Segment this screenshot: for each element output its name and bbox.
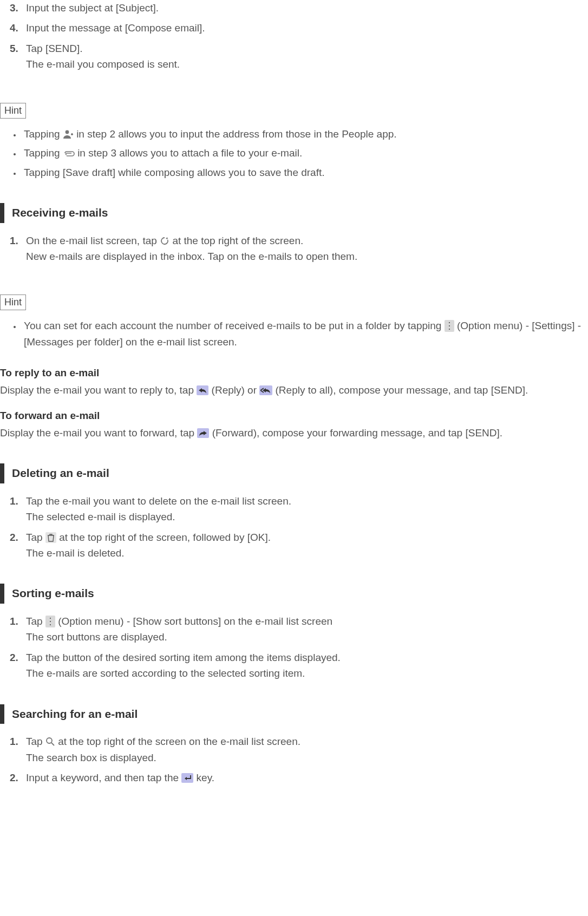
list-item: 3. Input the subject at [Subject]. <box>0 0 588 16</box>
text: Tap <box>26 616 45 627</box>
step-number: 2. <box>10 529 18 545</box>
list-item: You can set for each account the number … <box>22 318 588 350</box>
section-title-searching: Searching for an e-mail <box>0 704 588 724</box>
list-item: 1. On the e-mail list screen, tap at the… <box>0 233 588 265</box>
step-number: 2. <box>10 770 18 786</box>
step-subtext: The e-mail is deleted. <box>26 545 588 561</box>
text: at the top right of the screen, followed… <box>59 532 271 543</box>
searching-steps: 1. Tap at the top right of the screen on… <box>0 734 588 786</box>
list-item: 1. Tap the e-mail you want to delete on … <box>0 493 588 525</box>
svg-rect-4 <box>50 618 51 619</box>
svg-rect-3 <box>449 329 450 330</box>
list-item: Tapping in step 3 allows you to attach a… <box>22 145 588 161</box>
step-number: 4. <box>10 20 18 36</box>
add-contact-icon <box>63 129 74 139</box>
step-subtext: The sort buttons are displayed. <box>26 629 588 645</box>
list-item: Tapping [Save draft] while composing all… <box>22 165 588 180</box>
section-title-sorting: Sorting e-mails <box>0 584 588 604</box>
step-number: 1. <box>10 493 18 509</box>
option-menu-icon <box>445 320 454 332</box>
step-text: Input the message at [Compose email]. <box>26 22 205 34</box>
receiving-steps: 1. On the e-mail list screen, tap at the… <box>0 233 588 265</box>
text: Display the e-mail you want to forward, … <box>0 427 197 439</box>
step-text: Tap the button of the desired sorting it… <box>26 652 341 663</box>
text: (Reply) or <box>212 384 260 396</box>
enter-key-icon <box>181 773 193 783</box>
step-number: 5. <box>10 41 18 56</box>
section-title-receiving: Receiving e-mails <box>0 203 588 223</box>
step-subtext: New e-mails are displayed in the inbox. … <box>26 248 588 264</box>
subheading-forward: To forward an e-mail <box>0 408 588 423</box>
reply-all-icon <box>259 385 272 395</box>
text: Tap <box>26 532 45 543</box>
hint-list: Tapping in step 2 allows you to input th… <box>0 126 588 180</box>
hint-list: You can set for each account the number … <box>0 318 588 350</box>
text: in step 3 allows you to attach a file to… <box>77 147 302 159</box>
trash-icon <box>45 532 56 543</box>
step-text: Tap the e-mail you want to delete on the… <box>26 495 291 507</box>
text: On the e-mail list screen, tap <box>26 235 160 246</box>
text: key. <box>197 772 214 783</box>
svg-rect-1 <box>449 322 450 323</box>
step-number: 2. <box>10 650 18 665</box>
list-item: 5. Tap [SEND]. The e-mail you composed i… <box>0 41 588 73</box>
text: Tapping [Save draft] while composing all… <box>24 167 325 178</box>
document-body: 3. Input the subject at [Subject]. 4. In… <box>0 0 588 824</box>
text: Tap <box>26 736 45 747</box>
text: Display the e-mail you want to reply to,… <box>0 384 197 396</box>
paragraph: Display the e-mail you want to forward, … <box>0 425 588 441</box>
step-subtext: The search box is displayed. <box>26 750 588 765</box>
subheading-reply: To reply to an e-mail <box>0 365 588 381</box>
step-number: 1. <box>10 233 18 248</box>
step-subtext: The e-mail you composed is sent. <box>26 56 588 72</box>
text: Tapping <box>24 147 63 159</box>
sorting-steps: 1. Tap (Option menu) - [Show sort button… <box>0 613 588 682</box>
hint-label: Hint <box>0 103 26 119</box>
refresh-icon <box>160 236 169 246</box>
compose-steps: 3. Input the subject at [Subject]. 4. In… <box>0 0 588 73</box>
text: at the top right of the screen on the e-… <box>58 736 300 747</box>
deleting-steps: 1. Tap the e-mail you want to delete on … <box>0 493 588 561</box>
svg-rect-6 <box>50 624 51 625</box>
list-item: 1. Tap (Option menu) - [Show sort button… <box>0 613 588 645</box>
text: (Reply to all), compose your message, an… <box>276 384 528 396</box>
step-number: 1. <box>10 613 18 629</box>
list-item: 2. Input a keyword, and then tap the key… <box>0 770 588 786</box>
step-number: 3. <box>10 0 18 16</box>
step-subtext: The selected e-mail is displayed. <box>26 509 588 525</box>
step-text: Tap at the top right of the screen, foll… <box>26 532 271 543</box>
step-text: Tap [SEND]. <box>26 43 83 54</box>
text: in step 2 allows you to input the addres… <box>76 128 396 140</box>
text: at the top right of the screen. <box>172 235 303 246</box>
search-icon <box>45 737 55 747</box>
hint-label: Hint <box>0 295 26 310</box>
svg-rect-2 <box>449 325 450 326</box>
reply-icon <box>197 385 208 395</box>
option-menu-icon <box>45 616 55 627</box>
list-item: 2. Tap at the top right of the screen, f… <box>0 529 588 561</box>
step-number: 1. <box>10 734 18 749</box>
svg-rect-5 <box>50 621 51 622</box>
step-subtext: The e-mails are sorted according to the … <box>26 665 588 681</box>
step-text: Tap (Option menu) - [Show sort buttons] … <box>26 616 332 627</box>
forward-icon <box>197 428 209 438</box>
svg-point-0 <box>65 130 69 134</box>
text: (Option menu) - [Show sort buttons] on t… <box>58 616 332 627</box>
section-title-deleting: Deleting an e-mail <box>0 463 588 483</box>
text: Tapping <box>24 128 63 140</box>
list-item: 2. Tap the button of the desired sorting… <box>0 650 588 682</box>
step-text: On the e-mail list screen, tap at the to… <box>26 235 303 246</box>
text: Input a keyword, and then tap the <box>26 772 181 783</box>
text: (Forward), compose your forwarding messa… <box>212 427 502 439</box>
list-item: 1. Tap at the top right of the screen on… <box>0 734 588 765</box>
list-item: Tapping in step 2 allows you to input th… <box>22 126 588 142</box>
attach-icon <box>63 149 75 157</box>
list-item: 4. Input the message at [Compose email]. <box>0 20 588 36</box>
paragraph: Display the e-mail you want to reply to,… <box>0 382 588 398</box>
step-text: Input a keyword, and then tap the key. <box>26 772 214 783</box>
svg-point-7 <box>47 738 52 743</box>
step-text: Tap at the top right of the screen on th… <box>26 736 300 747</box>
step-text: Input the subject at [Subject]. <box>26 2 159 14</box>
text: You can set for each account the number … <box>24 320 445 331</box>
